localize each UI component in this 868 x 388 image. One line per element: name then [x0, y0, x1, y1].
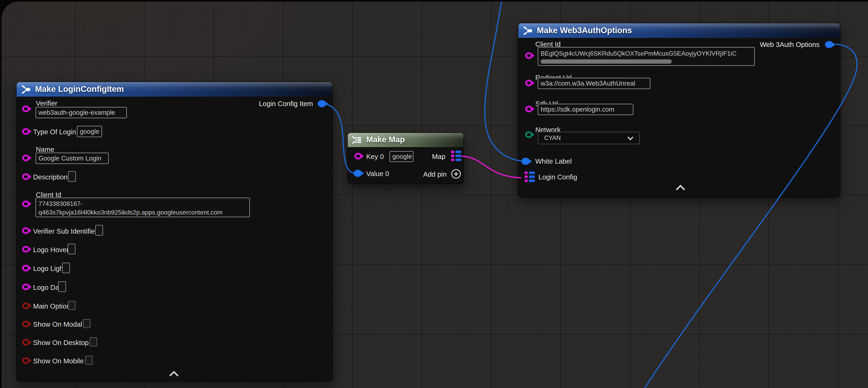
- chevron-down-icon: [627, 135, 633, 140]
- pin-label-key-0: Key 0: [366, 153, 384, 160]
- wire-offscreen-to-whitelabel[interactable]: [485, 0, 522, 161]
- pin-label-white-label: White Label: [535, 157, 572, 165]
- wire-map-to-loginconfig[interactable]: [462, 156, 521, 178]
- pin-network[interactable]: [525, 131, 532, 138]
- output-pin-label: Login Config Item: [259, 100, 313, 108]
- pin-label-logo-light: Logo Light: [33, 265, 65, 272]
- collapse-node-chevron[interactable]: [169, 371, 179, 380]
- collapse-node-chevron[interactable]: [676, 185, 685, 194]
- pin-logo-dark[interactable]: [22, 283, 30, 290]
- pin-label-show-on-mobile: Show On Mobile: [33, 357, 84, 365]
- show-on-desktop-checkbox[interactable]: [90, 337, 97, 347]
- node-title: Make LoginConfigItem: [35, 84, 124, 94]
- show-on-mobile-checkbox[interactable]: [85, 356, 93, 365]
- name-input[interactable]: Google Custom Login: [35, 153, 109, 164]
- client-id-horizontal-scrollbar[interactable]: [540, 59, 672, 64]
- pin-show-on-mobile[interactable]: [22, 357, 30, 364]
- logo-hover-input[interactable]: [68, 244, 75, 254]
- output-pin-label-map: Map: [432, 153, 445, 160]
- node-header[interactable]: Make Web3AuthOptions: [518, 23, 840, 38]
- make-struct-icon: [21, 84, 31, 95]
- output-pin-label: Web 3Auth Options: [760, 40, 819, 49]
- main-option-checkbox[interactable]: [68, 301, 75, 310]
- logo-light-input[interactable]: [62, 263, 70, 273]
- add-pin-label: Add pin: [423, 170, 446, 178]
- description-input[interactable]: [68, 171, 76, 182]
- pin-value-0[interactable]: [353, 170, 362, 177]
- pin-label-main-option: Main Option: [33, 302, 70, 310]
- verifier-sub-identifier-input[interactable]: [95, 225, 103, 236]
- pin-main-option[interactable]: [22, 302, 30, 309]
- output-pin-map[interactable]: [451, 151, 461, 161]
- pin-label-login-config: Login Config: [538, 173, 577, 181]
- pin-label-description: Description: [33, 173, 68, 181]
- pin-description[interactable]: [22, 173, 30, 180]
- pin-type-of-login[interactable]: [22, 128, 30, 135]
- type-of-login-input[interactable]: google: [77, 126, 102, 137]
- pin-show-on-modal[interactable]: [22, 321, 30, 327]
- pin-label-value-0: Value 0: [366, 170, 389, 178]
- output-pin-web3auth-options[interactable]: [825, 41, 833, 48]
- pin-verifier[interactable]: [22, 106, 30, 112]
- verifier-input[interactable]: web3auth-google-example: [35, 107, 127, 118]
- node-title: Make Web3AuthOptions: [537, 26, 632, 35]
- pin-key-0[interactable]: [354, 153, 362, 159]
- graph-panel-top-edge: [0, 0, 868, 2]
- blueprint-graph-canvas[interactable]: Make LoginConfigItem Login Config Item V…: [0, 0, 868, 388]
- graph-panel-left-edge: [0, 0, 2, 388]
- node-title: Make Map: [366, 135, 405, 144]
- pin-logo-hover[interactable]: [22, 246, 30, 252]
- redirect-url-input[interactable]: w3a://com.w3a.Web3AuthUnreal: [538, 78, 650, 89]
- pin-label-verifier-sub-identifier: Verifier Sub Identifier: [33, 227, 97, 235]
- show-on-modal-checkbox[interactable]: [83, 319, 90, 328]
- pin-client-id[interactable]: [525, 52, 532, 59]
- key-0-input[interactable]: google: [390, 151, 413, 162]
- client-id-input[interactable]: BEglQSgt4cUWcj6SKRdu5QkOXTsePmMcusG5EAoy…: [538, 47, 755, 66]
- pin-login-config[interactable]: [525, 172, 535, 182]
- make-struct-icon: [523, 26, 533, 36]
- sdk-url-input[interactable]: https://sdk.openlogin.com: [538, 104, 633, 115]
- pin-verifier-sub-identifier[interactable]: [22, 227, 30, 234]
- pin-label-verifier: Verifier: [36, 99, 57, 107]
- pin-client-id[interactable]: [22, 201, 30, 207]
- make-map-icon: [352, 135, 362, 145]
- pin-name[interactable]: [22, 155, 30, 161]
- pin-label-logo-hover: Logo Hover: [33, 246, 69, 254]
- logo-dark-input[interactable]: [58, 281, 66, 292]
- pin-label-name: Name: [36, 146, 54, 153]
- graph-panel-corner: [0, 0, 18, 18]
- node-make-loginconfigitem[interactable]: Make LoginConfigItem Login Config Item V…: [17, 82, 332, 381]
- add-pin-button[interactable]: [451, 169, 461, 179]
- client-id-input[interactable]: 774338308167- q463s7kpvja16l4l0kko3nb925…: [35, 198, 250, 217]
- pin-show-on-desktop[interactable]: [22, 339, 30, 346]
- pin-redirect-url[interactable]: [525, 80, 532, 86]
- node-header[interactable]: Make Map: [348, 133, 464, 147]
- pin-white-label[interactable]: [522, 158, 530, 165]
- network-dropdown[interactable]: CYAN: [538, 132, 640, 144]
- output-pin-login-config-item[interactable]: [318, 100, 326, 107]
- node-make-map[interactable]: Make Map Key 0 google Map Value 0 Add pi…: [348, 133, 464, 184]
- node-make-web3authoptions[interactable]: Make Web3AuthOptions Web 3Auth Options C…: [518, 23, 840, 197]
- node-header[interactable]: Make LoginConfigItem: [17, 82, 332, 97]
- pin-sdk-url[interactable]: [525, 106, 532, 112]
- pin-label-show-on-desktop: Show On Desktop: [33, 339, 89, 347]
- pin-label-show-on-modal: Show On Modal: [33, 320, 82, 328]
- pin-label-type-of-login: Type Of Login: [33, 128, 76, 136]
- pin-logo-light[interactable]: [22, 265, 30, 271]
